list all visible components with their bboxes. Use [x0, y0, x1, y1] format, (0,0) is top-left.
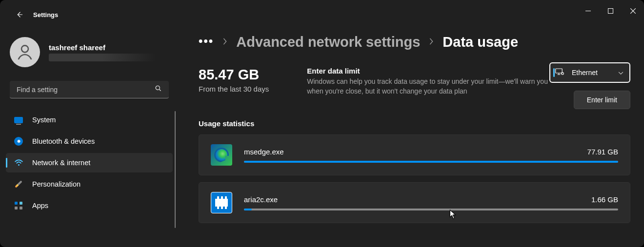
svg-rect-0 — [585, 11, 591, 11]
sidebar-item-bluetooth[interactable]: ⁕ Bluetooth & devices — [6, 132, 173, 151]
paintbrush-icon — [14, 179, 23, 189]
data-limit-title: Enter data limit — [307, 67, 561, 75]
sidebar-item-label: Personalization — [32, 180, 80, 188]
usage-period: From the last 30 days — [199, 85, 269, 93]
search-box[interactable] — [10, 81, 169, 98]
sidebar-item-system[interactable]: System — [6, 110, 173, 130]
app-icon — [211, 192, 232, 213]
data-limit-description: Windows can help you track data usage to… — [307, 77, 561, 96]
settings-window: Settings tashreef shareef — [0, 0, 644, 247]
svg-point-6 — [562, 73, 564, 75]
close-button[interactable] — [622, 3, 644, 19]
breadcrumb-current: Data usage — [443, 34, 518, 50]
profile-name: tashreef shareef — [49, 43, 156, 52]
stat-body: aria2c.exe 1.66 GB — [244, 195, 618, 210]
app-usage-value: 77.91 GB — [587, 148, 618, 156]
sidebar-nav: System ⁕ Bluetooth & devices Network & i… — [4, 110, 175, 215]
sidebar-item-personalization[interactable]: Personalization — [6, 174, 173, 194]
ethernet-icon — [555, 68, 564, 77]
breadcrumb-more[interactable]: ••• — [199, 34, 214, 48]
sidebar-item-label: Bluetooth & devices — [32, 137, 95, 145]
stat-body: msedge.exe 77.91 GB — [244, 148, 618, 163]
profile-block[interactable]: tashreef shareef — [4, 34, 175, 74]
usage-statistics-title: Usage statistics — [199, 119, 630, 128]
header: Settings — [0, 0, 58, 29]
app-name: aria2c.exe — [244, 195, 278, 204]
network-controls: Ethernet Enter limit — [549, 62, 630, 109]
sidebar-item-apps[interactable]: Apps — [6, 196, 173, 215]
avatar — [10, 37, 40, 67]
breadcrumb: ••• Advanced network settings Data usage — [199, 34, 630, 50]
usage-bar — [244, 161, 618, 163]
chevron-right-icon — [222, 38, 227, 46]
network-selector[interactable]: Ethernet — [549, 62, 630, 83]
wifi-icon — [14, 158, 23, 168]
search-input[interactable] — [17, 86, 155, 94]
svg-point-4 — [18, 164, 19, 165]
app-title: Settings — [33, 11, 58, 19]
sidebar-item-label: Apps — [32, 202, 48, 209]
profile-email-redacted — [49, 54, 156, 61]
svg-point-3 — [156, 86, 160, 90]
system-icon — [14, 115, 23, 125]
sidebar-item-network[interactable]: Network & internet — [6, 153, 173, 172]
app-icon — [211, 144, 232, 166]
usage-total-value: 85.47 GB — [199, 67, 269, 83]
bluetooth-icon: ⁕ — [14, 136, 23, 146]
usage-bar — [244, 209, 618, 210]
usage-total-block: 85.47 GB From the last 30 days — [199, 67, 269, 93]
window-controls — [577, 0, 644, 21]
minimize-button[interactable] — [577, 3, 599, 19]
usage-stat-row[interactable]: aria2c.exe 1.66 GB — [199, 182, 630, 223]
data-limit-block: Enter data limit Windows can help you tr… — [307, 67, 561, 96]
enter-limit-button[interactable]: Enter limit — [574, 91, 630, 109]
sidebar-scrollbar[interactable] — [175, 111, 176, 228]
maximize-button[interactable] — [599, 3, 622, 19]
left-pane: tashreef shareef System ⁕ Bluetooth & de… — [4, 34, 175, 247]
app-usage-value: 1.66 GB — [591, 195, 618, 204]
back-button[interactable] — [12, 7, 27, 22]
sidebar-item-label: Network & internet — [32, 159, 90, 167]
search-icon — [155, 85, 162, 94]
breadcrumb-parent[interactable]: Advanced network settings — [236, 34, 420, 50]
app-name: msedge.exe — [244, 148, 284, 156]
main-pane: ••• Advanced network settings Data usage… — [199, 34, 630, 247]
chevron-right-icon — [429, 38, 434, 46]
apps-icon — [14, 201, 23, 210]
sidebar-item-label: System — [32, 116, 56, 124]
chevron-down-icon — [618, 68, 624, 77]
network-selector-label: Ethernet — [572, 69, 613, 76]
svg-rect-1 — [608, 8, 613, 13]
usage-stat-row[interactable]: msedge.exe 77.91 GB — [199, 134, 630, 175]
svg-point-2 — [21, 45, 28, 52]
svg-rect-5 — [556, 69, 563, 73]
profile-text: tashreef shareef — [49, 43, 156, 61]
enter-limit-button-label: Enter limit — [587, 96, 617, 104]
